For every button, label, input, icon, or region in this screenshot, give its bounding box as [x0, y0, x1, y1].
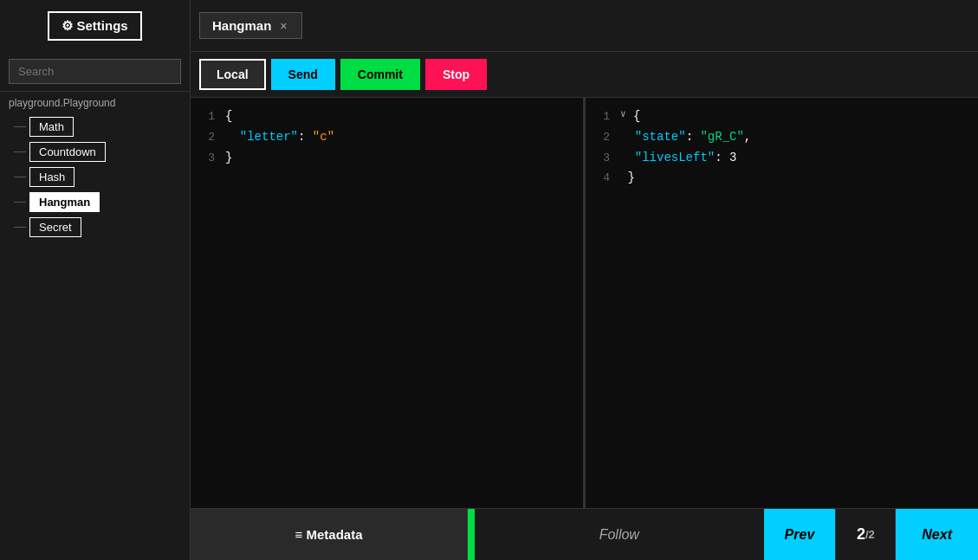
settings-button[interactable]: ⚙ Settings — [48, 11, 141, 41]
metadata-button[interactable]: ≡ Metadata — [191, 509, 468, 560]
follow-section: Follow Prev 2 / 2 Next — [468, 509, 978, 560]
r-code-line-1: 1 ∨ { — [586, 106, 978, 127]
sidebar: playground.Playground Math Countdown Has… — [0, 52, 191, 560]
fold-icon[interactable]: ∨ — [620, 106, 626, 123]
line-content-3: } — [225, 148, 583, 169]
follow-indicator — [468, 509, 475, 560]
r-code-line-3: 3 "livesLeft": 3 — [586, 148, 978, 169]
r-line-num-1: 1 — [586, 106, 620, 126]
line-content-1: { — [225, 106, 583, 127]
line-num-3: 3 — [191, 148, 225, 168]
r-line-num-2: 2 — [586, 127, 620, 147]
send-button[interactable]: Send — [271, 59, 335, 90]
sidebar-scroll: playground.Playground Math Countdown Has… — [0, 92, 190, 560]
r-line-num-4: 4 — [586, 168, 620, 188]
line-num-2: 2 — [191, 127, 225, 147]
sidebar-item-hash[interactable]: Hash — [7, 167, 190, 187]
sidebar-item-secret[interactable]: Secret — [7, 217, 190, 237]
page-current: 2 — [857, 525, 865, 544]
toolbar: Local Send Commit Stop — [191, 52, 978, 98]
sidebar-item-secret-label[interactable]: Secret — [29, 217, 81, 237]
commit-button[interactable]: Commit — [340, 59, 420, 90]
page-indicator: 2 / 2 — [835, 509, 896, 560]
search-container — [0, 52, 190, 92]
code-line-1: 1 { — [191, 106, 583, 127]
code-line-3: 3 } — [191, 148, 583, 169]
local-button[interactable]: Local — [199, 59, 266, 90]
r-line-content-2: "state": "gR_C", — [620, 127, 978, 148]
tree-h-line — [14, 151, 26, 152]
right-editor[interactable]: 1 ∨ { 2 "state": "gR_C", 3 "livesLef — [586, 98, 978, 508]
tree-h-line — [14, 227, 26, 228]
r-line-content-3: "livesLeft": 3 — [620, 148, 978, 169]
r-code-line-2: 2 "state": "gR_C", — [586, 127, 978, 148]
line-content-2: "letter": "c" — [225, 127, 583, 148]
tree-h-line — [14, 126, 26, 127]
left-code-editor: 1 { 2 "letter": "c" 3 } — [191, 98, 583, 508]
line-num-1: 1 — [191, 106, 225, 126]
sidebar-item-hash-label[interactable]: Hash — [29, 167, 74, 187]
sidebar-item-hangman[interactable]: Hangman — [7, 192, 190, 212]
bottom-bar: ≡ Metadata Follow Prev 2 / 2 Next — [191, 508, 978, 560]
right-code-editor: 1 ∨ { 2 "state": "gR_C", 3 "livesLef — [586, 98, 978, 508]
sidebar-item-math-label[interactable]: Math — [29, 117, 74, 137]
next-button[interactable]: Next — [896, 509, 978, 560]
left-editor[interactable]: 1 { 2 "letter": "c" 3 } — [191, 98, 586, 508]
stop-button[interactable]: Stop — [425, 59, 487, 90]
tab-bar: Hangman × — [191, 0, 978, 52]
r-line-content-1: { — [626, 106, 978, 127]
prev-button[interactable]: Prev — [764, 509, 836, 560]
sidebar-item-countdown-label[interactable]: Countdown — [29, 142, 106, 162]
sidebar-header: ⚙ Settings — [0, 0, 191, 52]
r-code-line-4: 4 } — [586, 168, 978, 189]
tab-hangman[interactable]: Hangman × — [199, 12, 302, 39]
content-area: Local Send Commit Stop 1 { 2 "letter": "… — [191, 52, 978, 560]
code-line-2: 2 "letter": "c" — [191, 127, 583, 148]
page-total: 2 — [869, 528, 875, 541]
sidebar-item-countdown[interactable]: Countdown — [7, 142, 190, 162]
r-line-content-4: } — [620, 168, 978, 189]
search-input[interactable] — [9, 59, 181, 84]
tab-label: Hangman — [212, 18, 271, 33]
tree-h-line — [14, 202, 26, 203]
tree-items: Math Countdown Hash Hangman Secret — [0, 114, 190, 240]
sidebar-item-math[interactable]: Math — [7, 117, 190, 137]
follow-button[interactable]: Follow — [475, 509, 764, 560]
sidebar-item-hangman-label[interactable]: Hangman — [29, 192, 100, 212]
tree-h-line — [14, 177, 26, 177]
editors: 1 { 2 "letter": "c" 3 } — [191, 98, 978, 508]
tab-close-button[interactable]: × — [278, 19, 288, 33]
tree-root-label[interactable]: playground.Playground — [0, 92, 190, 114]
r-line-num-3: 3 — [586, 148, 620, 168]
